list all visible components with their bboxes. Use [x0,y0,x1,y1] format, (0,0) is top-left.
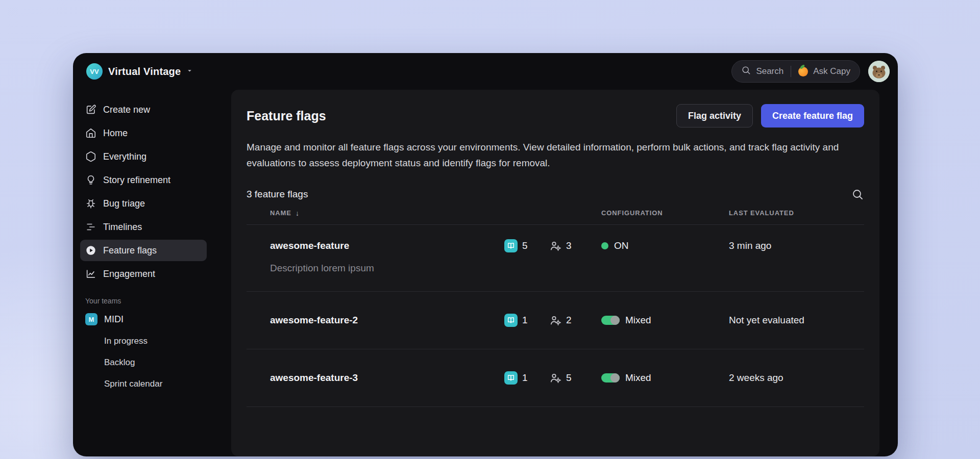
status-label: Mixed [625,372,651,384]
table-row[interactable]: awesome-feature Description lorem ipsum … [247,225,864,292]
chart-icon [85,268,96,279]
sidebar-item-label: Feature flags [103,245,157,256]
sidebar-item-bug-triage[interactable]: Bug triage [80,193,207,214]
variations-cell: 1 [504,313,549,328]
table-row[interactable]: awesome-feature-2 1 2 [247,292,864,349]
ask-capy-button[interactable]: Ask Capy [798,66,850,76]
sidebar-item-backlog[interactable]: Backlog [80,352,207,373]
page-title: Feature flags [247,109,326,123]
column-header-name[interactable]: NAME ↓ [270,209,504,217]
variations-cell: 5 [504,238,549,253]
home-icon [85,128,96,139]
workspace-switcher[interactable]: VV Virtual Vintage [86,63,193,80]
pill-divider [791,66,791,77]
sidebar-item-create-new[interactable]: Create new [80,99,207,120]
sidebar-item-label: Bug triage [103,198,145,209]
topbar-right: Search Ask Capy [731,60,890,83]
flag-activity-button[interactable]: Flag activity [676,104,753,128]
ask-capy-label: Ask Capy [813,66,850,76]
column-header-configuration[interactable]: CONFIGURATION [601,209,729,217]
mango-icon [798,67,808,76]
sidebar-item-everything[interactable]: Everything [80,146,207,167]
person-gear-icon [549,372,561,384]
flag-name[interactable]: awesome-feature-2 [270,315,358,326]
team-link-label: Sprint calendar [104,379,162,389]
search-button[interactable]: Search [741,65,783,78]
column-header-last-evaluated[interactable]: LAST EVALUATED [729,209,864,217]
column-spacer [549,209,601,217]
bug-icon [85,198,96,209]
sidebar-item-sprint-calendar[interactable]: Sprint calendar [80,373,207,395]
targets-cell: 5 [549,370,601,386]
person-gear-icon [549,240,561,252]
lightbulb-icon [85,174,96,186]
column-spacer [504,209,549,217]
variations-count: 1 [522,372,528,384]
status-label: Mixed [625,315,651,326]
list-header: 3 feature flags [247,188,864,201]
book-icon [504,314,518,327]
flag-name-cell: awesome-feature Description lorem ipsum [270,238,504,274]
top-bar: VV Virtual Vintage Search Ask Capy [73,53,898,90]
book-icon [504,371,518,385]
last-evaluated-cell: Not yet evaluated [729,313,864,328]
targets-count: 2 [566,315,572,326]
header-actions: Flag activity Create feature flag [676,104,864,128]
flag-description: Description lorem ipsum [270,263,504,274]
chevron-down-icon [186,67,193,76]
targets-cell: 3 [549,238,601,253]
search-icon [741,65,751,78]
hexagon-icon [85,151,96,162]
configuration-cell: ON [601,238,729,253]
create-feature-flag-button[interactable]: Create feature flag [761,104,864,128]
body-area: Create new Home Everything Story refinem… [73,90,898,456]
team-avatar: M [85,313,97,325]
sort-descending-icon: ↓ [296,209,299,217]
status-on-indicator [601,242,608,249]
team-link-label: In progress [104,336,148,346]
sidebar-team-midi[interactable]: M MIDI [80,308,207,330]
targets-count: 5 [566,372,572,384]
sidebar-item-label: Story refinement [103,175,170,186]
page-description: Manage and monitor all feature flags acr… [247,140,864,171]
search-pill[interactable]: Search Ask Capy [731,60,860,83]
status-label: ON [614,240,629,251]
flag-name[interactable]: awesome-feature [270,240,349,251]
flag-name[interactable]: awesome-feature-3 [270,372,358,384]
configuration-cell: Mixed [601,370,729,386]
variations-count: 1 [522,315,528,326]
feature-flags-table: NAME ↓ CONFIGURATION LAST EVALUATED [247,209,864,407]
sidebar: Create new Home Everything Story refinem… [73,90,231,456]
sidebar-item-label: Engagement [103,269,155,279]
flag-name-cell: awesome-feature-3 [270,370,504,386]
capybara-avatar-image [868,61,890,82]
header-label: LAST EVALUATED [729,209,794,217]
variations-cell: 1 [504,370,549,386]
person-gear-icon [549,314,561,326]
last-evaluated-value: 3 min ago [729,240,771,251]
last-evaluated-cell: 3 min ago [729,238,864,253]
sidebar-item-in-progress[interactable]: In progress [80,330,207,352]
last-evaluated-value: 2 weeks ago [729,372,783,384]
last-evaluated-cell: 2 weeks ago [729,370,864,386]
teams-section-label: Your teams [85,297,207,305]
sidebar-item-story-refinement[interactable]: Story refinement [80,169,207,191]
table-row[interactable]: awesome-feature-3 1 5 [247,349,864,407]
targets-cell: 2 [549,313,601,328]
table-search-icon[interactable] [851,188,864,201]
search-label: Search [756,66,783,76]
sidebar-item-timelines[interactable]: Timelines [80,216,207,238]
sidebar-item-engagement[interactable]: Engagement [80,263,207,285]
play-circle-icon [85,245,96,256]
team-link-label: Backlog [104,358,135,368]
book-icon [504,239,518,252]
main-panel: Feature flags Flag activity Create featu… [231,90,879,456]
status-mixed-indicator [601,316,620,325]
status-mixed-indicator [601,373,620,382]
sidebar-item-feature-flags[interactable]: Feature flags [80,240,207,261]
user-avatar[interactable] [868,61,890,82]
table-header-row: NAME ↓ CONFIGURATION LAST EVALUATED [247,209,864,225]
sidebar-item-home[interactable]: Home [80,122,207,144]
workspace-name: Virtual Vintage [108,66,181,78]
timeline-icon [85,221,96,233]
